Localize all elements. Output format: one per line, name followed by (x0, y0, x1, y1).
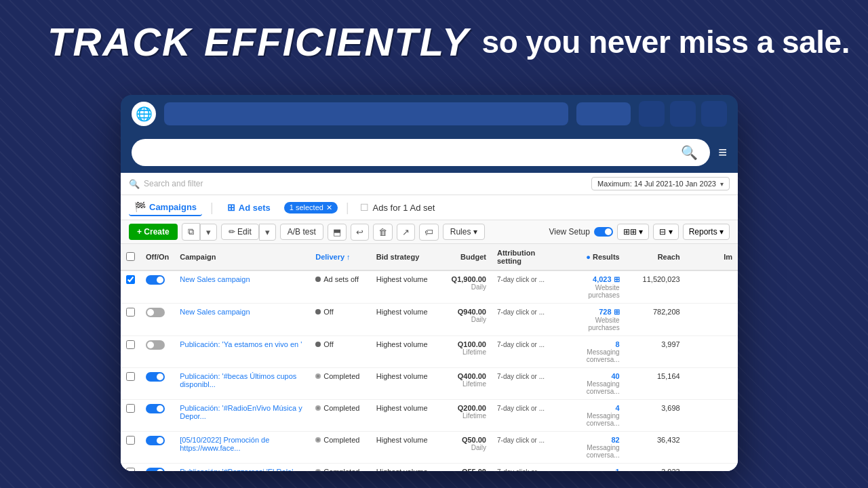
row-checkbox-cell[interactable] (121, 432, 140, 464)
globe-icon: 🌐 (132, 102, 156, 126)
tag-button[interactable]: 🏷 (419, 224, 439, 241)
toggle-on-icon[interactable] (146, 275, 165, 285)
row-checkbox[interactable] (126, 340, 135, 349)
campaign-link[interactable]: [05/10/2022] Promoción de https://www.fa… (180, 436, 269, 452)
campaign-link[interactable]: Publicación: '#becas Últimos cupos dispo… (180, 372, 296, 388)
row-reach-cell: 782,208 (625, 304, 686, 336)
row-checkbox-cell[interactable] (121, 400, 140, 432)
toggle-off-icon[interactable] (146, 308, 165, 317)
ads-for-label: Ads for 1 Ad set (373, 203, 435, 213)
row-checkbox[interactable] (126, 372, 135, 381)
reports-button[interactable]: Reports ▾ (683, 224, 730, 240)
table-row: Publicación: '#becas Últimos cupos dispo… (121, 368, 738, 400)
row-budget-cell: Q50.00Daily (438, 432, 492, 464)
th-checkbox (121, 244, 140, 270)
duplicate-chevron-button[interactable]: ▾ (200, 224, 217, 241)
row-checkbox[interactable] (126, 468, 135, 471)
budget-period: Lifetime (443, 412, 486, 420)
table-row: Publicación: '#RadioEnVivo Música y Depo… (121, 400, 738, 432)
toggle-on-icon[interactable] (146, 436, 165, 445)
th-budget: Budget (438, 244, 492, 270)
ads-for-adset[interactable]: ☐ Ads for 1 Ad set (360, 202, 435, 213)
row-delivery-cell: Ad sets off (310, 270, 371, 304)
view-setup-toggle[interactable] (594, 227, 613, 237)
toggle-on-icon[interactable] (146, 468, 165, 471)
ab-test-button[interactable]: A/B test (280, 224, 323, 240)
archive-button[interactable]: ⬒ (328, 224, 347, 241)
status-badge: Completed (315, 468, 359, 471)
undo-button[interactable]: ↩ (351, 224, 369, 241)
campaign-link[interactable]: Publicación: '#RadioEnVivo Música y Depo… (180, 404, 302, 420)
browser-btn-3[interactable] (701, 101, 727, 127)
toolbar-row3: + Create ⧉ ▾ ✏ Edit ▾ A/B test ⬒ ↩ 🗑 ↗ 🏷… (121, 220, 738, 244)
row-checkbox[interactable] (126, 404, 135, 413)
results-label: Messaging conversa... (570, 444, 620, 459)
tab-adsets[interactable]: ⊞ Ad sets (222, 199, 276, 216)
row-results-cell: 4Messaging conversa... (565, 400, 625, 432)
select-all-checkbox[interactable] (126, 252, 135, 261)
row-checkbox-cell[interactable] (121, 464, 140, 472)
tab-pill[interactable] (576, 102, 631, 125)
row-toggle-cell[interactable] (140, 304, 174, 336)
date-range-selector[interactable]: Maximum: 14 Jul 2021-10 Jan 2023 ▾ (591, 177, 730, 190)
row-checkbox-cell[interactable] (121, 270, 140, 304)
hero-normal-text: so you never miss a sale. (482, 24, 850, 60)
th-campaign[interactable]: Campaign (174, 244, 310, 270)
row-toggle-cell[interactable] (140, 336, 174, 368)
row-impressions-cell (686, 368, 738, 400)
edit-button[interactable]: ✏ Edit (221, 224, 259, 240)
selected-badge[interactable]: 1 selected ✕ (284, 202, 338, 214)
create-button[interactable]: + Create (129, 224, 178, 240)
address-bar[interactable] (164, 102, 568, 125)
row-results-cell: 4,023 ⊞Website purchases (565, 270, 625, 304)
th-delivery[interactable]: Delivery ↑ (310, 244, 371, 270)
edit-button-group: ✏ Edit ▾ (221, 224, 276, 241)
row-checkbox[interactable] (126, 275, 135, 284)
browser-btn-1[interactable] (639, 101, 665, 127)
campaign-link[interactable]: Publicación: 'Ya estamos en vivo en ' (180, 340, 302, 348)
row-checkbox-cell[interactable] (121, 304, 140, 336)
toggle-on-icon[interactable] (146, 404, 165, 413)
row-checkbox[interactable] (126, 308, 135, 317)
row-checkbox-cell[interactable] (121, 368, 140, 400)
tab-campaigns[interactable]: 🏁 Campaigns (129, 199, 202, 216)
delete-button[interactable]: 🗑 (373, 224, 393, 241)
hamburger-icon[interactable]: ≡ (718, 145, 727, 160)
row-checkbox[interactable] (126, 436, 135, 445)
row-budget-cell: Q940.00Daily (438, 304, 492, 336)
row-toggle-cell[interactable] (140, 270, 174, 304)
row-budget-cell: Q200.00Lifetime (438, 400, 492, 432)
campaign-link[interactable]: Publicación: '#Pezzarossi 'El Rolo' afic… (180, 468, 293, 471)
row-toggle-cell[interactable] (140, 432, 174, 464)
row-delivery-cell: Off (310, 336, 371, 368)
row-attribution-cell: 7-day click or ... (492, 368, 565, 400)
row-toggle-cell[interactable] (140, 368, 174, 400)
row-campaign-cell: Publicación: 'Ya estamos en vivo en ' (174, 336, 310, 368)
browser-btn-2[interactable] (670, 101, 696, 127)
breakdown-button[interactable]: ⊟ ▾ (653, 224, 678, 240)
edit-chevron-button[interactable]: ▾ (259, 224, 276, 241)
export-button[interactable]: ↗ (397, 224, 415, 241)
rules-button[interactable]: Rules ▾ (443, 224, 485, 240)
duplicate-button[interactable]: ⧉ (182, 223, 200, 241)
toolbar-row1: 🔍 Search and filter Maximum: 14 Jul 2021… (121, 173, 738, 195)
row-toggle-cell[interactable] (140, 464, 174, 472)
campaign-link[interactable]: New Sales campaign (180, 308, 250, 316)
toggle-off-icon[interactable] (146, 340, 165, 350)
campaign-link[interactable]: New Sales campaign (180, 275, 250, 283)
row-toggle-cell[interactable] (140, 400, 174, 432)
toggle-on-icon[interactable] (146, 372, 165, 382)
row-reach-cell: 36,432 (625, 432, 686, 464)
close-selected-icon[interactable]: ✕ (326, 203, 332, 212)
columns-button[interactable]: ⊞⊞ ▾ (617, 224, 649, 240)
budget-value: Q200.00 (443, 404, 486, 412)
row-reach-cell: 15,164 (625, 368, 686, 400)
row-impressions-cell (686, 336, 738, 368)
status-dot-completed (315, 437, 321, 443)
row-delivery-cell: Off (310, 304, 371, 336)
search-input-wrapper[interactable]: 🔍 (132, 139, 710, 166)
row-checkbox-cell[interactable] (121, 336, 140, 368)
search-bar-row: 🔍 ≡ (121, 132, 738, 173)
tab-campaigns-label: Campaigns (149, 202, 197, 212)
checkbox-ads-icon: ☐ (360, 202, 369, 213)
